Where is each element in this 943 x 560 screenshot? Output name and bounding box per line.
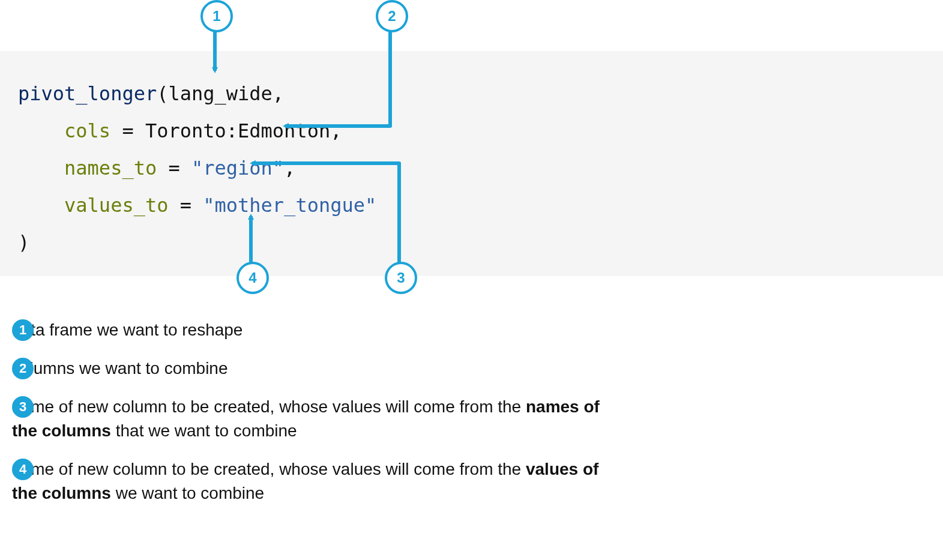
legend-text-3: name of new column to be created, whose …: [12, 395, 612, 443]
callout-badge-4: 4: [237, 262, 269, 294]
legend-item-3: 3 name of new column to be created, whos…: [12, 395, 612, 443]
code-cols-keyword: cols: [64, 119, 110, 142]
code-names-to-keyword: names_to: [64, 157, 157, 179]
code-comma-1: ,: [273, 82, 284, 105]
legend-badge-2: 2: [12, 358, 34, 379]
code-dataframe: lang_wide: [168, 82, 272, 105]
callout-badge-1: 1: [200, 0, 233, 32]
callout-badge-2: 2: [376, 0, 408, 32]
code-names-to-value: "region": [191, 157, 284, 179]
legend-text-2: columns we want to combine: [12, 357, 228, 381]
code-values-to-value: "mother_tongue": [203, 194, 376, 217]
code-comma-3: ,: [284, 157, 295, 179]
code-comma-2: ,: [330, 119, 342, 142]
legend-item-2: 2 columns we want to combine: [12, 357, 612, 381]
code-paren-open: (: [157, 82, 168, 105]
legend-item-4: 4 name of new column to be created, whos…: [12, 457, 612, 505]
code-values-to-keyword: values_to: [64, 194, 168, 217]
code-cols-value: Toronto:Edmonton: [145, 119, 330, 142]
code-function: pivot_longer: [18, 82, 157, 105]
code-snippet: pivot_longer(lang_wide, cols = Toronto:E…: [18, 75, 376, 261]
callout-badge-3: 3: [385, 262, 417, 294]
legend: 1 data frame we want to reshape 2 column…: [12, 318, 612, 520]
legend-text-1: data frame we want to reshape: [12, 318, 243, 342]
legend-badge-1: 1: [12, 319, 34, 341]
diagram-canvas: pivot_longer(lang_wide, cols = Toronto:E…: [0, 0, 943, 560]
legend-badge-4: 4: [12, 459, 34, 480]
legend-text-4: name of new column to be created, whose …: [12, 457, 612, 505]
code-paren-close: ): [18, 231, 29, 254]
legend-badge-3: 3: [12, 396, 34, 418]
legend-item-1: 1 data frame we want to reshape: [12, 318, 612, 342]
